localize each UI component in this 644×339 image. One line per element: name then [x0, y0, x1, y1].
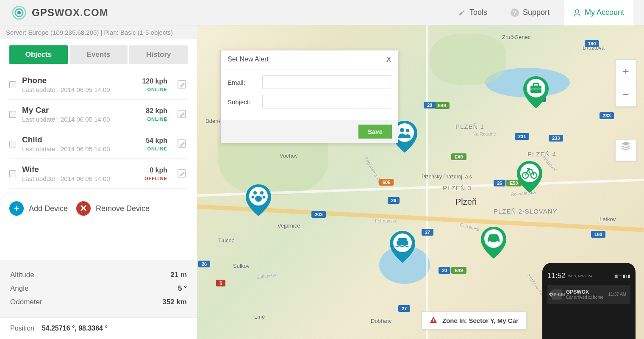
- map-canvas[interactable]: Plzeň PLZEŇ 1 PLZEŇ 3 PLZEŇ 4 PLZEŇ 2-SL…: [197, 25, 644, 339]
- logo-icon: [11, 4, 28, 21]
- road-sulkovska: Sulkovská: [256, 272, 278, 280]
- shield-26b: 26: [388, 197, 400, 204]
- city-vochov: Vochov: [280, 153, 298, 159]
- device-actions: + Add Device ✕ Remove Device: [0, 189, 197, 228]
- subject-label: Subject:: [228, 98, 257, 106]
- phone-date: WED, APRIL 24: [568, 274, 592, 278]
- my-account-menu[interactable]: My Account: [563, 0, 633, 25]
- camera-icon: �ении: [552, 289, 562, 300]
- svg-point-23: [496, 241, 499, 244]
- object-update: Last update : 2014 06 05 14:00: [22, 145, 140, 153]
- position-row: Position 54.25716 °, 98.3364 °: [0, 317, 197, 339]
- svg-rect-31: [433, 319, 434, 321]
- city-sulkov: Sulkov: [233, 263, 250, 269]
- object-update: Last update : 2014 06 05 14:00: [22, 175, 139, 182]
- shield-180: 180: [585, 40, 599, 47]
- altitude-value: 21 m: [170, 271, 187, 279]
- city-dobrany: Dobřany: [371, 318, 391, 324]
- alert-text: Zone In: Sector Y, My Car: [442, 317, 519, 324]
- object-checkbox[interactable]: [9, 170, 16, 177]
- logo-text: GPSWOX.COM: [32, 7, 108, 19]
- phone-mockup: 11:52 WED, APRIL 24 ▦ ≡ ◧ ▮ �ении GPSWOX…: [542, 263, 636, 339]
- angle-value: 5 °: [178, 284, 187, 293]
- object-row[interactable]: Wife Last update : 2014 06 05 14:00 0 kp…: [9, 159, 188, 189]
- object-name: Child: [22, 135, 140, 144]
- x-icon: ✕: [76, 201, 91, 216]
- shield-605: 605: [379, 179, 394, 186]
- tools-menu[interactable]: Tools: [448, 0, 497, 25]
- city-plzen: Plzeň: [455, 197, 477, 207]
- area-plzen2: PLZEŇ 2-SLOVANY: [494, 208, 558, 215]
- edit-icon[interactable]: [177, 79, 188, 90]
- edit-icon[interactable]: [177, 109, 188, 120]
- header-bar: GPSWOX.COM Tools ? Support My Account: [0, 0, 644, 25]
- city-vejprnice: Vejprnice: [278, 222, 300, 229]
- area-plzen1: PLZEŇ 1: [455, 123, 484, 130]
- account-label: My Account: [585, 8, 624, 17]
- tab-events[interactable]: Events: [69, 45, 128, 64]
- remove-device-button[interactable]: ✕ Remove Device: [76, 201, 150, 216]
- city-zruc: Zruč-Senec: [502, 34, 530, 40]
- poi-prazdroj: Plzeňský Prazdroj, a.s: [422, 174, 472, 180]
- pin-boat[interactable]: [390, 231, 415, 263]
- warning-icon: [430, 316, 437, 325]
- object-speed: 82 kph: [146, 107, 167, 115]
- zoom-out-button[interactable]: −: [616, 83, 636, 106]
- notif-title: GPSWOX: [566, 289, 604, 295]
- email-input[interactable]: [262, 75, 391, 89]
- object-speed: 0 kph: [144, 167, 167, 174]
- object-checkbox[interactable]: [9, 111, 16, 118]
- svg-rect-20: [398, 238, 407, 241]
- subject-input[interactable]: [262, 95, 391, 108]
- tab-history[interactable]: History: [129, 45, 188, 64]
- email-label: Email:: [228, 79, 257, 86]
- zoom-in-button[interactable]: +: [616, 60, 636, 83]
- layers-icon: [620, 140, 631, 151]
- object-checkbox[interactable]: [9, 141, 16, 147]
- pin-briefcase[interactable]: [523, 76, 549, 108]
- object-row[interactable]: My Car Last update : 2014 06 05 14:00 82…: [9, 100, 188, 129]
- svg-point-17: [400, 128, 404, 132]
- svg-point-11: [253, 191, 257, 195]
- object-name: Wife: [22, 165, 139, 174]
- pin-bike[interactable]: [517, 161, 542, 193]
- tab-objects[interactable]: Objects: [9, 45, 68, 64]
- object-row[interactable]: Child Last update : 2014 06 05 14:00 54 …: [9, 129, 188, 159]
- svg-text:?: ?: [513, 9, 517, 16]
- object-name: My Car: [22, 106, 140, 115]
- area-plzen3: PLZEŇ 3: [443, 184, 472, 192]
- shield-203: 203: [311, 211, 326, 218]
- svg-rect-32: [433, 321, 434, 322]
- road-benese: E. Beneše: [459, 222, 481, 233]
- edit-icon[interactable]: [177, 168, 188, 179]
- city-tlucna: Tlučná: [218, 237, 235, 244]
- remove-device-label: Remove Device: [96, 204, 150, 213]
- dialog-title: Set New Alert: [228, 56, 269, 64]
- layers-button[interactable]: [615, 140, 636, 161]
- object-row[interactable]: Phone Last update : 2014 06 05 14:00 120…: [9, 70, 188, 100]
- pin-pet[interactable]: [246, 184, 271, 216]
- dialog-close-button[interactable]: X: [386, 56, 391, 64]
- user-icon: [573, 8, 581, 17]
- notif-time: 11:37 AM: [608, 292, 626, 297]
- support-menu[interactable]: ? Support: [501, 0, 559, 25]
- phone-time: 11:52: [547, 272, 566, 280]
- help-icon: ?: [510, 8, 519, 17]
- road-folmavska: Folmavská: [375, 218, 397, 223]
- shield-26c: 26: [198, 261, 210, 267]
- shield-231: 231: [515, 133, 529, 140]
- pin-car[interactable]: [481, 227, 506, 258]
- altitude-label: Altitude: [10, 271, 34, 279]
- zoom-control: + −: [615, 59, 636, 107]
- svg-point-12: [260, 191, 264, 195]
- odometer-label: Odometer: [10, 298, 42, 306]
- shield-180b: 180: [591, 231, 605, 238]
- edit-icon[interactable]: [177, 139, 188, 150]
- phone-status-icons: ▦ ≡ ◧ ▮: [614, 274, 630, 278]
- object-status: ONLINE: [146, 146, 167, 151]
- add-device-button[interactable]: + Add Device: [9, 201, 68, 216]
- svg-point-14: [263, 196, 266, 199]
- save-button[interactable]: Save: [358, 125, 392, 139]
- object-checkbox[interactable]: [9, 81, 16, 88]
- zone-alert-bar[interactable]: Zone In: Sector Y, My Car: [422, 311, 527, 330]
